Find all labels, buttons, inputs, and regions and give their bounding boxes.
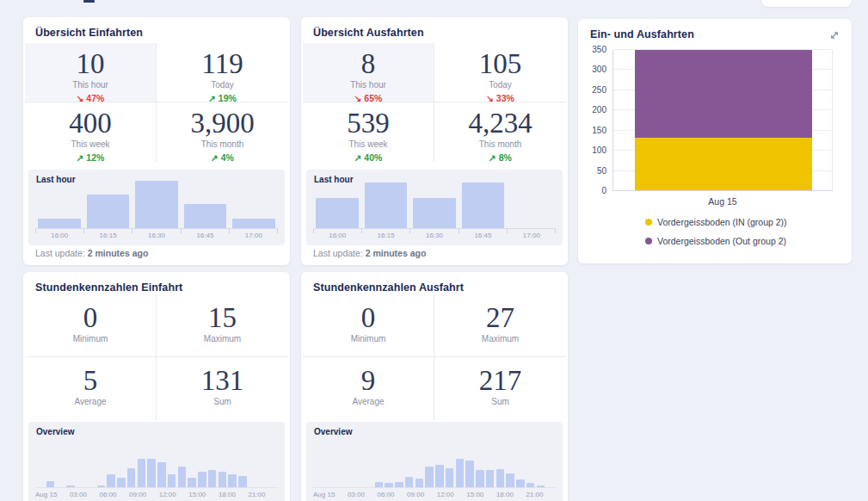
- bar-slot: [415, 453, 425, 487]
- bar-slot: [207, 453, 218, 487]
- bar-slot: [197, 453, 207, 487]
- bar: [107, 474, 115, 487]
- bar: [506, 473, 514, 487]
- bar: [456, 459, 465, 487]
- x-tick-label: 12:00: [159, 491, 176, 500]
- y-axis: 050100150200250300350: [582, 50, 611, 191]
- stat-value: 5: [83, 366, 98, 395]
- bar: [365, 182, 408, 228]
- bar-slot: [230, 180, 278, 228]
- x-tick-label: [272, 491, 278, 500]
- x-tick-label: [483, 491, 489, 500]
- x-tick-label: [550, 491, 556, 500]
- stat-label: This week: [348, 139, 387, 149]
- bar-slot: [424, 453, 434, 487]
- stats-grid: 0Minimum15Maximum5Average131Sum: [25, 294, 288, 420]
- mini-chart-title: Overview: [36, 427, 74, 436]
- stat-cell: 8This hour↘ 65%: [303, 43, 434, 102]
- x-tick-label: [87, 491, 93, 500]
- last-update: Last update: 2 minutes ago: [313, 248, 426, 258]
- stat-label: Minimum: [73, 334, 108, 343]
- x-tick-label: 18:00: [219, 491, 236, 500]
- x-axis-labels: 16:0016:1516:3016:4517:00: [313, 232, 556, 241]
- legend-item[interactable]: Vordergeissboden (Out group 2): [645, 235, 787, 247]
- overview-chart: Overview Aug 1503:0006:0009:0012:0015:00…: [306, 422, 563, 501]
- stat-value: 27: [486, 303, 514, 332]
- y-tick-label: 0: [582, 186, 606, 196]
- x-tick-label: [365, 491, 371, 500]
- x-tick-label: [266, 491, 272, 500]
- stacked-bar-chart: [613, 50, 833, 191]
- bar-slot: [374, 453, 385, 487]
- x-tick-label: 16:30: [410, 232, 459, 241]
- x-tick-label: [520, 491, 526, 500]
- x-tick-label: [182, 491, 188, 500]
- stat-cell: 217Sum: [434, 357, 566, 420]
- x-tick-label: [176, 491, 182, 500]
- bar-segment-out: [635, 50, 812, 138]
- bar-slot: [465, 453, 475, 487]
- bar-slot: [445, 453, 455, 487]
- bar-slot: [86, 453, 96, 487]
- stat-cell: 5Average: [25, 357, 157, 420]
- bar: [416, 479, 424, 487]
- clipped-page-title: [83, 0, 95, 3]
- stat-delta: ↗ 12%: [77, 152, 105, 163]
- stat-value: 3,900: [190, 108, 254, 138]
- x-tick-label: 15:00: [466, 491, 483, 500]
- bar: [46, 481, 55, 487]
- x-tick-label: 16:00: [35, 232, 83, 241]
- stat-cell: 15Maximum: [157, 294, 288, 357]
- bar-segment-in: [635, 138, 812, 190]
- x-tick-label: 21:00: [248, 491, 265, 500]
- stat-cell: 539This week↗ 40%: [303, 102, 434, 162]
- stat-cell: 10This hour↘ 47%: [25, 43, 157, 102]
- x-tick-label: 16:00: [313, 232, 361, 241]
- x-tick-label: [401, 491, 407, 500]
- bar-slot: [167, 453, 177, 487]
- stat-delta: ↗ 4%: [211, 152, 234, 163]
- bar-slot: [384, 453, 394, 487]
- clipped-toolbar-widget[interactable]: [761, 0, 852, 7]
- x-tick-label: 17:00: [230, 232, 278, 241]
- stat-value: 0: [361, 303, 376, 332]
- expand-icon[interactable]: [828, 29, 840, 41]
- stat-delta: ↗ 40%: [354, 152, 383, 163]
- bar: [385, 483, 393, 487]
- bar: [516, 479, 525, 487]
- bar: [413, 198, 456, 228]
- chart-legend: Vordergeissboden (IN (group 2)) Vorderge…: [645, 216, 787, 254]
- bar-slot: [126, 453, 137, 487]
- bars-row: [313, 180, 556, 229]
- x-tick-label: [117, 491, 123, 500]
- stat-value: 119: [201, 49, 243, 78]
- bar-slot: [364, 453, 374, 487]
- x-tick-label: [544, 491, 550, 500]
- x-tick-label: [424, 491, 430, 500]
- bar-slot: [177, 453, 188, 487]
- x-tick-label: [242, 491, 248, 500]
- bar-slot: [536, 453, 546, 487]
- bar: [435, 465, 444, 487]
- bar-slot: [343, 453, 354, 487]
- card-stundenkennzahlen-einfahrt: Stundenkennzahlen Einfahrt 0Minimum15Max…: [23, 272, 290, 501]
- card-title: Übersicht Einfahrten: [35, 27, 143, 39]
- stat-delta: ↗ 8%: [489, 152, 512, 163]
- x-tick-label: [57, 491, 63, 500]
- legend-dot-icon: [645, 238, 652, 244]
- bar: [178, 467, 187, 487]
- legend-label: Vordergeissboden (IN (group 2)): [657, 217, 787, 227]
- card-title: Stundenkennzahlen Ausfahrt: [313, 281, 464, 294]
- bar-slot: [313, 453, 323, 487]
- x-tick-label: [123, 491, 129, 500]
- stat-label: Sum: [491, 397, 509, 406]
- x-tick-label: 03:00: [348, 491, 365, 500]
- bar-slot: [187, 453, 197, 487]
- bar-slot: [83, 180, 132, 228]
- last-update-label: Last update:: [313, 248, 363, 258]
- stat-value: 15: [208, 303, 237, 332]
- legend-item[interactable]: Vordergeissboden (IN (group 2)): [645, 216, 787, 228]
- bar: [208, 470, 217, 487]
- stat-value: 4,234: [468, 108, 532, 138]
- legend-dot-icon: [645, 219, 652, 226]
